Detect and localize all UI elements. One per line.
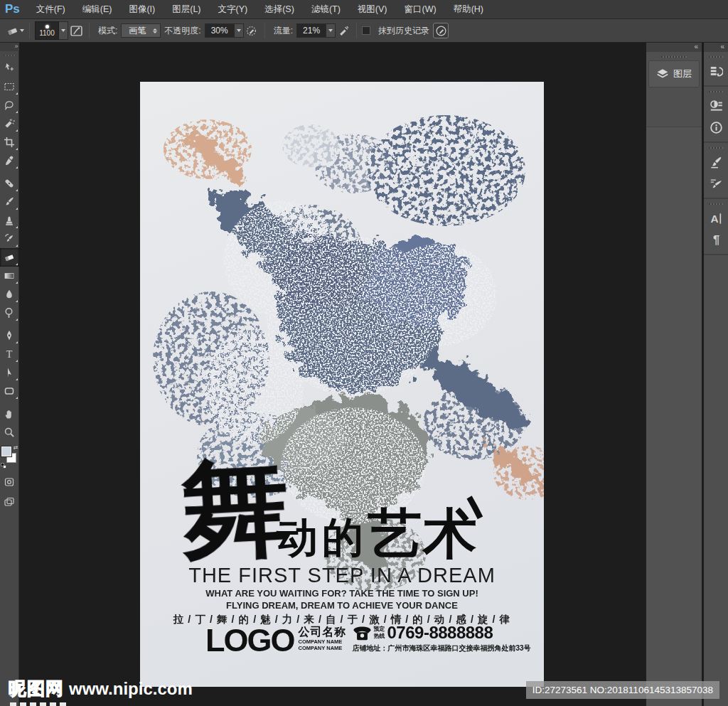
foreground-color-swatch[interactable] [1,446,11,456]
brush-tool[interactable] [0,193,19,211]
hand-tool[interactable] [0,405,19,423]
mode-value: 画笔 [129,25,151,37]
hotline-label-1: 预定 [374,626,385,633]
pen-tool[interactable] [0,326,19,345]
mode-select[interactable]: 画笔 [121,23,161,38]
layers-panel-tab[interactable]: 图层 [648,60,700,87]
history-panel-icon[interactable] [704,60,728,82]
poster-title-rest-a: 动的 [277,513,368,562]
panel-grip[interactable] [709,203,723,205]
eraser-tool-icon[interactable] [4,23,20,38]
opacity-field[interactable]: 30% [205,23,244,38]
type-tool[interactable]: T [0,345,19,363]
layers-panel-body [646,127,702,706]
nipic-watermark: 昵图网 www.nipic.com [9,677,193,700]
color-swatches: ⇄ [0,444,19,469]
brush-tip-dot [46,25,49,28]
image-id-badge: ID:27273561 NO:20181106145313857038 [526,681,719,699]
panel-collapse-button[interactable]: « [646,43,702,52]
dodge-tool[interactable] [0,304,19,322]
telephone-icon [353,624,372,641]
brush-preset-picker[interactable]: 1100 [35,21,68,40]
move-tool[interactable] [0,59,19,77]
magic-wand-tool[interactable] [0,114,19,133]
separator [356,23,357,38]
poster-company-block: 公司名称 COMPANY NAME COMPANY NAME [299,626,347,651]
panel-grip[interactable] [661,56,687,58]
paragraph-glyph: ¶ [712,233,719,247]
poster-title-calligraphy: 舞 [178,449,292,567]
flow-value[interactable]: 21% [297,26,326,36]
opacity-value[interactable]: 30% [205,26,234,36]
tablet-pressure-size-button[interactable] [433,23,449,38]
panel-grip[interactable] [709,91,723,92]
shape-tool[interactable] [0,382,19,400]
layers-panel-label: 图层 [673,68,692,80]
info-panel-icon[interactable] [704,117,728,138]
screen-mode-button[interactable] [0,493,19,511]
opacity-dropdown[interactable] [234,24,243,37]
strip-group-adjustments [704,91,728,143]
clone-stamp-tool[interactable] [0,211,19,230]
marquee-tool[interactable] [0,77,19,96]
menu-bar: Ps 文件(F) 编辑(E) 图像(I) 图层(L) 文字(Y) 选择(S) 滤… [0,0,728,19]
eyedropper-tool[interactable] [0,151,19,170]
brush-preview-thumb: 1100 [35,21,59,40]
poster-contact-block: 预定 热线 0769-8888888 店铺地址：广州市海珠区幸福路口交接幸福拐角… [353,624,531,653]
company-name-cn: 公司名称 [299,626,347,638]
menu-type[interactable]: 文字(Y) [210,0,257,19]
menu-window[interactable]: 窗口(W) [396,0,445,19]
tablet-opacity-pressure-icon[interactable] [244,23,259,38]
strip-group-brushes [704,147,728,199]
healing-brush-tool[interactable] [0,174,19,193]
menu-file[interactable]: 文件(F) [28,0,74,19]
menu-image[interactable]: 图像(I) [120,0,164,19]
toolbar-grip[interactable] [4,55,16,56]
brush-presets-panel-icon[interactable] [704,151,728,173]
brush-picker-dropdown[interactable] [59,21,68,40]
phone-number: 0769-8888888 [387,624,493,641]
quick-mask-button[interactable] [0,473,19,491]
zoom-tool[interactable] [0,423,19,442]
character-panel-icon[interactable]: A [704,208,728,229]
hotline-labels: 预定 热线 [374,626,385,639]
menu-view[interactable]: 视图(V) [349,0,396,19]
mode-label: 模式: [98,25,117,37]
blur-tool[interactable] [0,285,19,304]
poster-tagline-1: WHAT ARE YOU WAITING FOR? TAKE THE TIME … [140,588,544,599]
crop-tool[interactable] [0,133,19,151]
swap-colors-icon[interactable]: ⇄ [14,444,18,451]
airbrush-icon[interactable] [336,23,351,38]
photoshop-logo: Ps [0,2,28,16]
history-brush-tool[interactable] [0,230,19,248]
flow-field[interactable]: 21% [296,23,336,38]
toggle-brush-panel-icon[interactable] [68,23,84,38]
lasso-tool[interactable] [0,96,19,114]
default-colors-icon[interactable] [1,463,6,469]
company-name-en2: COMPANY NAME [299,645,347,651]
toolbar-collapse-button[interactable]: » [0,43,19,51]
erase-to-history-checkbox[interactable] [362,26,370,35]
panel-grip[interactable] [709,56,723,58]
eraser-tool[interactable] [0,248,19,267]
hotline-label-2: 热线 [374,633,385,640]
tool-preset-dropdown-icon[interactable] [20,29,24,32]
poster-document[interactable]: 舞 动的 艺术 丶 THE FIRST STEP IN A DREAM WHAT… [140,82,544,687]
menu-edit[interactable]: 编辑(E) [74,0,121,19]
brush-panel-icon[interactable] [704,173,728,194]
menu-select[interactable]: 选择(S) [256,0,303,19]
poster-footer: LOGO 公司名称 COMPANY NAME COMPANY NAME 预定 热… [205,624,531,656]
adjustments-panel-icon[interactable] [704,95,728,117]
path-selection-tool[interactable] [0,363,19,382]
poster-title-accent-stroke: 丶 [447,476,508,551]
menu-layer[interactable]: 图层(L) [164,0,209,19]
panel-grip[interactable] [709,147,723,149]
strip-group-type: A ¶ [704,203,728,255]
menu-help[interactable]: 帮助(H) [445,0,492,19]
flow-dropdown[interactable] [326,24,335,37]
layers-panel-column: « 图层 [646,43,702,706]
paragraph-panel-icon[interactable]: ¶ [704,229,728,250]
menu-filter[interactable]: 滤镜(T) [303,0,349,19]
strip-collapse-button[interactable]: « [704,43,728,52]
gradient-tool[interactable] [0,267,19,285]
